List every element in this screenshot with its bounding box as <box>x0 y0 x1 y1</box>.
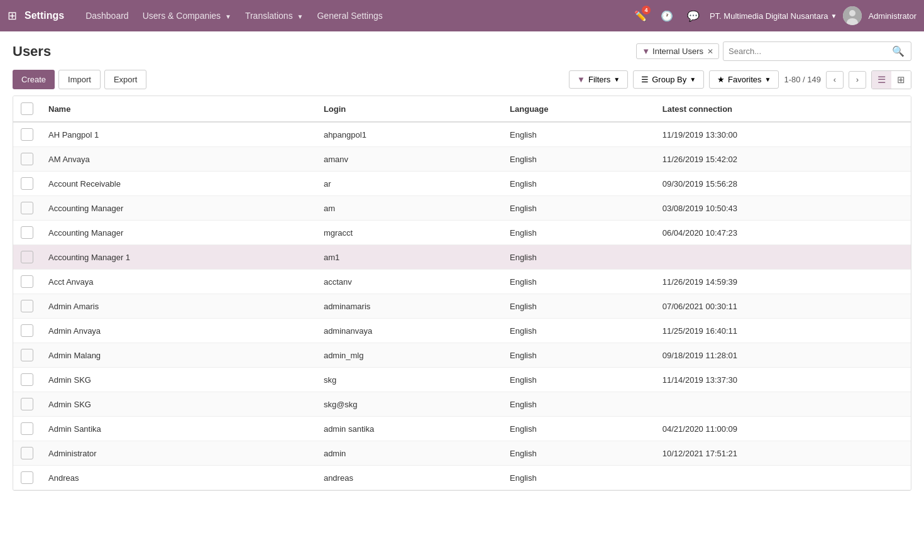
row-checkbox[interactable] <box>21 471 33 484</box>
row-checkbox[interactable] <box>21 128 33 141</box>
nav-dashboard[interactable]: Dashboard <box>79 7 135 25</box>
col-header-latest-connection[interactable]: Latest connection <box>655 96 911 122</box>
export-button[interactable]: Export <box>104 70 147 89</box>
row-latest-connection: 06/04/2020 10:47:23 <box>655 221 911 245</box>
row-checkbox[interactable] <box>21 251 33 263</box>
row-login: mgracct <box>316 221 502 245</box>
col-header-language[interactable]: Language <box>502 96 655 122</box>
row-language: English <box>502 392 655 417</box>
topnav: ⊞ Settings Dashboard Users & Companies ▼… <box>0 0 924 31</box>
table-row[interactable]: Acct Anvaya acctanv English 11/26/2019 1… <box>13 270 911 294</box>
table-row[interactable]: Accounting Manager am English 03/08/2019… <box>13 196 911 221</box>
row-login: adminamaris <box>316 294 502 319</box>
filter-remove-btn[interactable]: ✕ <box>707 47 713 56</box>
table-row[interactable]: Admin Anvaya adminanvaya English 11/25/2… <box>13 319 911 343</box>
row-name: Accounting Manager 1 <box>41 245 316 270</box>
row-checkbox[interactable] <box>21 422 33 435</box>
row-checkbox[interactable] <box>21 177 33 190</box>
table-row[interactable]: Andreas andreas English <box>13 466 911 490</box>
main-content: Users ▼ Internal Users ✕ 🔍 Create Import… <box>0 31 924 501</box>
topnav-menu: Dashboard Users & Companies ▼ Translatio… <box>79 7 628 25</box>
nav-translations[interactable]: Translations ▼ <box>239 7 310 25</box>
row-checkbox-cell <box>13 270 41 294</box>
table-row[interactable]: Admin SKG skg English 11/14/2019 13:37:3… <box>13 368 911 392</box>
row-language: English <box>502 221 655 245</box>
pagination-info: 1-80 / 149 <box>784 75 821 84</box>
select-all-checkbox[interactable] <box>21 102 33 115</box>
filters-button[interactable]: ▼ Filters ▼ <box>569 70 628 89</box>
row-latest-connection: 11/26/2019 15:42:02 <box>655 147 911 172</box>
clock-icon-btn[interactable]: 🕐 <box>657 6 677 26</box>
row-checkbox[interactable] <box>21 275 33 288</box>
table-row[interactable]: Administrator admin English 10/12/2021 1… <box>13 441 911 466</box>
list-view-button[interactable]: ☰ <box>872 71 891 89</box>
row-checkbox-cell <box>13 245 41 270</box>
search-button[interactable]: 🔍 <box>886 42 911 60</box>
edit-icon-btn[interactable]: ✏️ 4 <box>630 6 651 26</box>
row-checkbox[interactable] <box>21 324 33 337</box>
create-button[interactable]: Create <box>13 70 55 89</box>
row-checkbox[interactable] <box>21 349 33 361</box>
import-button[interactable]: Import <box>58 70 101 89</box>
row-login: andreas <box>316 466 502 490</box>
row-checkbox-cell <box>13 466 41 490</box>
row-checkbox[interactable] <box>21 300 33 312</box>
row-checkbox[interactable] <box>21 202 33 214</box>
nav-general-settings[interactable]: General Settings <box>311 7 388 25</box>
favorites-button[interactable]: ★ Favorites ▼ <box>709 70 779 89</box>
table-row[interactable]: Admin Malang admin_mlg English 09/18/201… <box>13 343 911 368</box>
users-companies-caret: ▼ <box>225 13 231 20</box>
table-row[interactable]: Account Receivable ar English 09/30/2019… <box>13 172 911 196</box>
favorites-caret: ▼ <box>765 76 771 83</box>
row-login: admin <box>316 441 502 466</box>
row-checkbox-cell <box>13 417 41 441</box>
row-login: ahpangpol1 <box>316 122 502 147</box>
row-name: Accounting Manager <box>41 221 316 245</box>
toolbar: Create Import Export ▼ Filters ▼ ☰ Group… <box>13 70 911 89</box>
table-row[interactable]: Admin Amaris adminamaris English 07/06/2… <box>13 294 911 319</box>
row-checkbox-cell <box>13 392 41 417</box>
prev-page-button[interactable]: ‹ <box>826 71 844 89</box>
search-input[interactable] <box>723 43 886 59</box>
row-language: English <box>502 122 655 147</box>
row-latest-connection: 11/26/2019 14:59:39 <box>655 270 911 294</box>
col-header-login[interactable]: Login <box>316 96 502 122</box>
row-checkbox-cell <box>13 172 41 196</box>
table-row[interactable]: Admin Santika admin santika English 04/2… <box>13 417 911 441</box>
select-all-header[interactable] <box>13 96 41 122</box>
row-login: am1 <box>316 245 502 270</box>
grid-icon[interactable]: ⊞ <box>8 9 17 23</box>
row-language: English <box>502 417 655 441</box>
row-checkbox[interactable] <box>21 447 33 459</box>
row-language: English <box>502 172 655 196</box>
row-checkbox[interactable] <box>21 226 33 239</box>
chat-icon-btn[interactable]: 💬 <box>683 6 703 26</box>
table-row[interactable]: AH Pangpol 1 ahpangpol1 English 11/19/20… <box>13 122 911 147</box>
company-name[interactable]: PT. Multimedia Digital Nusantara ▼ <box>710 11 837 21</box>
row-checkbox-cell <box>13 147 41 172</box>
group-by-button[interactable]: ☰ Group By ▼ <box>633 70 704 89</box>
translations-caret: ▼ <box>297 13 304 20</box>
table-row[interactable]: Accounting Manager 1 am1 English <box>13 245 911 270</box>
table-row[interactable]: Admin SKG skg@skg English <box>13 392 911 417</box>
company-caret: ▼ <box>831 13 837 19</box>
row-name: Admin Malang <box>41 343 316 368</box>
col-header-name[interactable]: Name <box>41 96 316 122</box>
row-login: skg@skg <box>316 392 502 417</box>
row-checkbox-cell <box>13 441 41 466</box>
avatar[interactable] <box>843 6 862 25</box>
filter-tag-internal-users[interactable]: ▼ Internal Users ✕ <box>636 43 719 59</box>
row-name: Admin Anvaya <box>41 319 316 343</box>
row-latest-connection: 11/25/2019 16:40:11 <box>655 319 911 343</box>
row-checkbox[interactable] <box>21 373 33 386</box>
row-checkbox[interactable] <box>21 398 33 410</box>
nav-users-companies[interactable]: Users & Companies ▼ <box>136 7 238 25</box>
admin-label[interactable]: Administrator <box>868 11 916 21</box>
table-row[interactable]: AM Anvaya amanv English 11/26/2019 15:42… <box>13 147 911 172</box>
next-page-button[interactable]: › <box>849 71 866 89</box>
row-language: English <box>502 368 655 392</box>
grid-view-button[interactable]: ⊞ <box>891 71 911 89</box>
row-checkbox[interactable] <box>21 153 33 165</box>
table-row[interactable]: Accounting Manager mgracct English 06/04… <box>13 221 911 245</box>
row-language: English <box>502 319 655 343</box>
